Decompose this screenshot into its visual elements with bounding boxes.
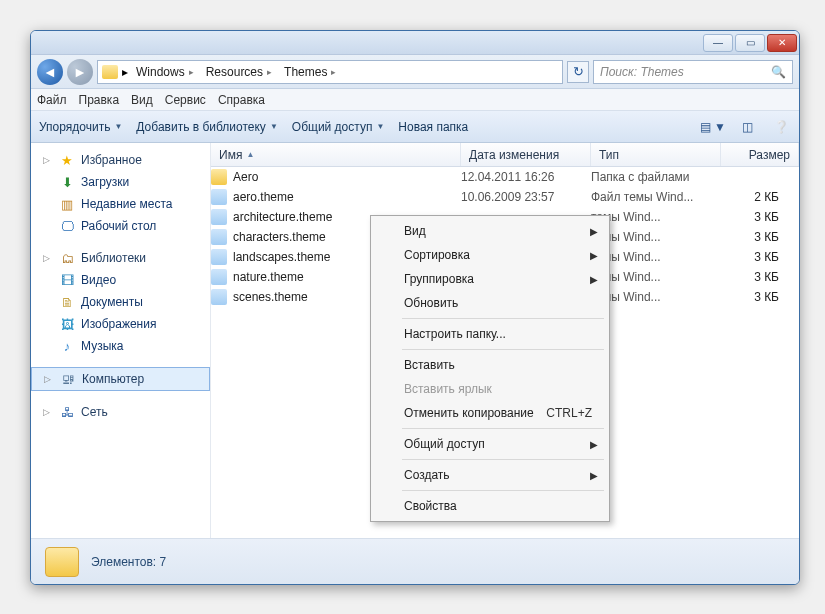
sidebar-item-desktop[interactable]: 🖵Рабочий стол <box>31 215 210 237</box>
organize-button[interactable]: Упорядочить ▼ <box>39 120 122 134</box>
search-placeholder: Поиск: Themes <box>600 65 684 79</box>
nav-bar: ◄ ► ▸ Windows▸ Resources▸ Themes▸ ↻ Поис… <box>31 55 799 89</box>
crumb-windows[interactable]: Windows▸ <box>132 65 198 79</box>
folder-icon <box>102 65 118 79</box>
ctx-paste-shortcut: Вставить ярлык <box>374 377 606 401</box>
theme-icon <box>211 269 227 285</box>
preview-pane-button[interactable]: ◫ <box>737 117 757 137</box>
folder-icon <box>211 169 227 185</box>
ctx-share[interactable]: Общий доступ▶ <box>374 432 606 456</box>
crumb-themes[interactable]: Themes▸ <box>280 65 340 79</box>
table-row[interactable]: Aero12.04.2011 16:26Папка с файлами <box>211 167 799 187</box>
status-text: Элементов: 7 <box>91 555 166 569</box>
view-options-button[interactable]: ▤ ▼ <box>703 117 723 137</box>
search-icon: 🔍 <box>771 65 786 79</box>
minimize-button[interactable]: — <box>703 34 733 52</box>
theme-icon <box>211 189 227 205</box>
nav-pane: ▷★Избранное ⬇Загрузки ▥Недавние места 🖵Р… <box>31 143 211 538</box>
context-menu: Вид▶ Сортировка▶ Группировка▶ Обновить Н… <box>370 215 610 522</box>
maximize-button[interactable]: ▭ <box>735 34 765 52</box>
ctx-view[interactable]: Вид▶ <box>374 219 606 243</box>
col-size[interactable]: Размер <box>721 143 799 166</box>
new-folder-button[interactable]: Новая папка <box>398 120 468 134</box>
col-date[interactable]: Дата изменения <box>461 143 591 166</box>
folder-icon <box>45 547 79 577</box>
help-button[interactable]: ❔ <box>771 117 791 137</box>
ctx-refresh[interactable]: Обновить <box>374 291 606 315</box>
col-type[interactable]: Тип <box>591 143 721 166</box>
address-bar[interactable]: ▸ Windows▸ Resources▸ Themes▸ <box>97 60 563 84</box>
share-button[interactable]: Общий доступ ▼ <box>292 120 385 134</box>
theme-icon <box>211 209 227 225</box>
close-button[interactable]: ✕ <box>767 34 797 52</box>
search-input[interactable]: Поиск: Themes 🔍 <box>593 60 793 84</box>
menu-bar: Файл Правка Вид Сервис Справка <box>31 89 799 111</box>
sidebar-item-videos[interactable]: 🎞Видео <box>31 269 210 291</box>
sidebar-computer[interactable]: ▷🖳Компьютер <box>31 367 210 391</box>
menu-edit[interactable]: Правка <box>79 93 120 107</box>
ctx-new[interactable]: Создать▶ <box>374 463 606 487</box>
menu-view[interactable]: Вид <box>131 93 153 107</box>
sidebar-item-music[interactable]: ♪Музыка <box>31 335 210 357</box>
theme-icon <box>211 229 227 245</box>
menu-file[interactable]: Файл <box>37 93 67 107</box>
theme-icon <box>211 289 227 305</box>
ctx-sort[interactable]: Сортировка▶ <box>374 243 606 267</box>
titlebar: — ▭ ✕ <box>31 31 799 55</box>
add-to-library-button[interactable]: Добавить в библиотеку ▼ <box>136 120 277 134</box>
back-button[interactable]: ◄ <box>37 59 63 85</box>
sidebar-favorites[interactable]: ▷★Избранное <box>31 149 210 171</box>
sidebar-item-downloads[interactable]: ⬇Загрузки <box>31 171 210 193</box>
chevron-right-icon: ▸ <box>122 65 128 79</box>
sidebar-item-recent[interactable]: ▥Недавние места <box>31 193 210 215</box>
sidebar-libraries[interactable]: ▷🗂Библиотеки <box>31 247 210 269</box>
sidebar-item-documents[interactable]: 🗎Документы <box>31 291 210 313</box>
ctx-group[interactable]: Группировка▶ <box>374 267 606 291</box>
ctx-undo[interactable]: Отменить копированиеCTRL+Z <box>374 401 606 425</box>
ctx-paste[interactable]: Вставить <box>374 353 606 377</box>
sidebar-network[interactable]: ▷🖧Сеть <box>31 401 210 423</box>
table-row[interactable]: aero.theme10.06.2009 23:57Файл темы Wind… <box>211 187 799 207</box>
col-name[interactable]: Имя▲ <box>211 143 461 166</box>
theme-icon <box>211 249 227 265</box>
toolbar: Упорядочить ▼ Добавить в библиотеку ▼ Об… <box>31 111 799 143</box>
status-bar: Элементов: 7 <box>31 538 799 584</box>
crumb-resources[interactable]: Resources▸ <box>202 65 276 79</box>
column-headers: Имя▲ Дата изменения Тип Размер <box>211 143 799 167</box>
refresh-button[interactable]: ↻ <box>567 61 589 83</box>
sidebar-item-pictures[interactable]: 🖼Изображения <box>31 313 210 335</box>
menu-help[interactable]: Справка <box>218 93 265 107</box>
ctx-customize[interactable]: Настроить папку... <box>374 322 606 346</box>
forward-button[interactable]: ► <box>67 59 93 85</box>
menu-tools[interactable]: Сервис <box>165 93 206 107</box>
ctx-properties[interactable]: Свойства <box>374 494 606 518</box>
